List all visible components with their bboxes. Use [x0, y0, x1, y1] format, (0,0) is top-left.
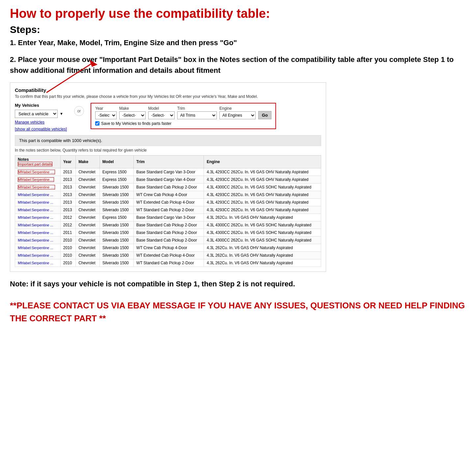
engine-label: Engine	[219, 106, 256, 111]
make-select[interactable]: -Select-	[119, 111, 146, 119]
make-cell: Chevrolet	[76, 259, 100, 267]
engine-cell: 4.3L 4293CC 262Cu. In. V6 GAS OHV Natura…	[204, 206, 321, 214]
year-cell: 2011	[60, 229, 75, 236]
trim-cell: WT Crew Cab Pickup 4-Door	[133, 191, 204, 198]
make-cell: Chevrolet	[76, 176, 100, 183]
engine-cell: 4.3L 262Cu. In. V6 GAS OHV Naturally Asp…	[204, 251, 321, 259]
year-cell: 2013	[60, 198, 75, 206]
model-column-header: Model	[99, 155, 133, 168]
trim-cell: Base Standard Cargo Van 4-Door	[133, 176, 204, 183]
year-cell: 2012	[60, 214, 75, 221]
main-title: How to properly use the compatibility ta…	[10, 7, 466, 21]
my-vehicles-label: My Vehicles	[15, 103, 68, 108]
table-row: Mfrlabel:Serpentine ... 2010 Chevrolet S…	[15, 236, 321, 244]
notes-column-header: Notes Important part details	[15, 155, 61, 168]
year-select[interactable]: -Select-	[95, 111, 117, 119]
year-cell: 2010	[60, 244, 75, 251]
table-row: Mfrlabel:Serpentine ... 2011 Chevrolet S…	[15, 229, 321, 236]
trim-cell: WT Standard Cab Pickup 2-Door	[133, 259, 204, 267]
model-cell: Silverado 1500	[99, 259, 133, 267]
model-field: Model -Select-	[148, 106, 175, 119]
year-field: Year -Select-	[95, 106, 117, 119]
engine-cell: 4.3L 4300CC 262Cu. In. V6 GAS SOHC Natur…	[204, 183, 321, 191]
notes-cell: Mfrlabel:Serpentine ....	[15, 168, 61, 176]
model-cell: Express 1500	[99, 168, 133, 176]
trim-cell: WT Crew Cab Pickup 4-Door	[133, 244, 204, 251]
table-row: Mfrlabel:Serpentine ... 2010 Chevrolet S…	[15, 251, 321, 259]
compat-title: Compatibility	[15, 87, 321, 93]
notes-cell: Mfrlabel:Serpentine ...	[15, 191, 61, 198]
dropdown-arrow-icon: ▼	[60, 112, 63, 116]
engine-cell: 4.3L 4293CC 262Cu. In. V6 GAS OHV Natura…	[204, 168, 321, 176]
steps-heading: Steps:	[10, 24, 466, 35]
table-row: Mfrlabel:Serpentine ... 2010 Chevrolet S…	[15, 244, 321, 251]
vehicle-select-dropdown[interactable]: Select a vehicle	[15, 110, 58, 118]
notes-cell: Mfrlabel:Serpentine ...	[15, 214, 61, 221]
make-cell: Chevrolet	[76, 214, 100, 221]
manage-vehicles-link[interactable]: Manage vehicles	[15, 120, 68, 125]
engine-cell: 4.3L 262Cu. In. V6 GAS OHV Naturally Asp…	[204, 214, 321, 221]
make-cell: Chevrolet	[76, 229, 100, 236]
make-cell: Chevrolet	[76, 168, 100, 176]
trim-cell: Base Standard Cab Pickup 2-Door	[133, 221, 204, 229]
trim-cell: Base Standard Cab Pickup 2-Door	[133, 229, 204, 236]
table-row: Mfrlabel:Serpentine ... 2013 Chevrolet S…	[15, 191, 321, 198]
table-row: Mfrlabel:Serpentine.... 2013 Chevrolet E…	[15, 176, 321, 183]
table-row: Mfrlabel:Serpentine ... 2012 Chevrolet S…	[15, 221, 321, 229]
table-row: Mfrlabel:Serpentine .... 2013 Chevrolet …	[15, 183, 321, 191]
year-cell: 2013	[60, 191, 75, 198]
notes-cell: Mfrlabel:Serpentine ...	[15, 221, 61, 229]
engine-select[interactable]: All Engines	[219, 111, 256, 119]
notes-cell: Mfrlabel:Serpentine ...	[15, 206, 61, 214]
year-cell: 2010	[60, 251, 75, 259]
notes-cell: Mfrlabel:Serpentine ...	[15, 259, 61, 267]
make-label: Make	[119, 106, 146, 111]
compatibility-section: Compatibility To confirm that this part …	[10, 82, 326, 272]
engine-cell: 4.3L 4300CC 262Cu. In. V6 GAS SOHC Natur…	[204, 221, 321, 229]
compatibility-table: Notes Important part details Year Make M…	[15, 155, 321, 267]
notes-cell: Mfrlabel:Serpentine ...	[15, 244, 61, 251]
table-row: Mfrlabel:Serpentine ... 2012 Chevrolet E…	[15, 214, 321, 221]
engine-column-header: Engine	[204, 155, 321, 168]
model-select[interactable]: -Select-	[148, 111, 175, 119]
make-cell: Chevrolet	[76, 198, 100, 206]
contact-text: **PLEASE CONTACT US VIA EBAY MESSAGE IF …	[10, 299, 466, 325]
trim-cell: WT Standard Cab Pickup 2-Door	[133, 206, 204, 214]
year-label: Year	[95, 106, 117, 111]
go-button[interactable]: Go	[258, 111, 271, 119]
model-cell: Silverado 1500	[99, 221, 133, 229]
engine-field: Engine All Engines	[219, 106, 256, 119]
model-cell: Silverado 1500	[99, 244, 133, 251]
show-compatible-link[interactable]: [show all compatible vehicles]	[15, 127, 67, 131]
notes-cell: Mfrlabel:Serpentine ...	[15, 198, 61, 206]
engine-cell: 4.3L 262Cu. In. V6 GAS OHV Naturally Asp…	[204, 244, 321, 251]
model-cell: Silverado 1500	[99, 206, 133, 214]
year-cell: 2013	[60, 176, 75, 183]
trim-select[interactable]: All Trims	[177, 111, 217, 119]
notes-cell: Mfrlabel:Serpentine ....	[15, 183, 61, 191]
make-column-header: Make	[76, 155, 100, 168]
year-cell: 2013	[60, 206, 75, 214]
compatible-count-bar: This part is compatible with 1000 vehicl…	[15, 135, 321, 146]
note-text: Note: if it says your vehicle is not com…	[10, 278, 466, 289]
table-row: Mfrlabel:Serpentine .... 2013 Chevrolet …	[15, 168, 321, 176]
make-cell: Chevrolet	[76, 221, 100, 229]
year-column-header: Year	[60, 155, 75, 168]
make-cell: Chevrolet	[76, 206, 100, 214]
engine-cell: 4.3L 4300CC 262Cu. In. V6 GAS SOHC Natur…	[204, 236, 321, 244]
make-cell: Chevrolet	[76, 244, 100, 251]
important-part-details-label: Important part details	[18, 162, 52, 166]
trim-column-header: Trim	[133, 155, 204, 168]
model-cell: Silverado 1500	[99, 236, 133, 244]
year-cell: 2013	[60, 183, 75, 191]
trim-field: Trim All Trims	[177, 106, 217, 119]
model-cell: Express 1500	[99, 176, 133, 183]
notes-cell: Mfrlabel:Serpentine ...	[15, 251, 61, 259]
engine-cell: 4.3L 262Cu. In. V6 GAS OHV Naturally Asp…	[204, 259, 321, 267]
save-vehicles-checkbox[interactable]	[95, 121, 99, 126]
year-cell: 2012	[60, 221, 75, 229]
compat-top-row: My Vehicles Select a vehicle ▼ Manage ve…	[15, 103, 321, 132]
make-cell: Chevrolet	[76, 191, 100, 198]
model-cell: Silverado 1500	[99, 183, 133, 191]
trim-cell: Base Standard Cab Pickup 2-Door	[133, 183, 204, 191]
